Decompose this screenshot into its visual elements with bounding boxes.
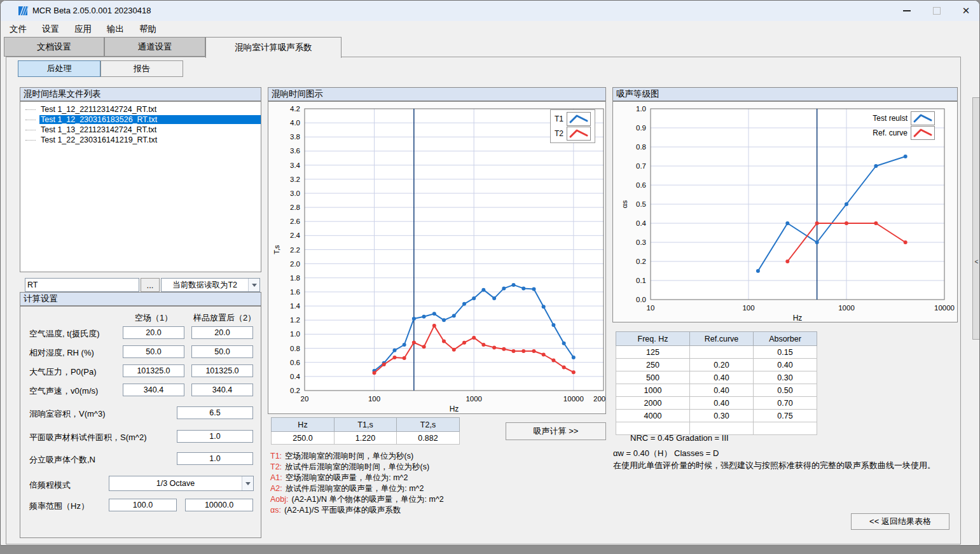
svg-text:Hz: Hz <box>450 405 459 413</box>
file-list[interactable]: Test 1_12_221123142724_RT.txtTest 1_12_2… <box>20 101 261 272</box>
list-item[interactable]: Test 1_12_221123142724_RT.txt <box>20 104 261 114</box>
room-volume-input[interactable] <box>177 406 253 419</box>
table-cell: 0.30 <box>754 371 817 384</box>
data-source-combo[interactable]: 当前数据读取为T2 <box>161 278 260 292</box>
svg-text:0.6: 0.6 <box>636 181 646 189</box>
table-cell: 0.20 <box>690 359 754 371</box>
tab-2[interactable]: 通道设置 <box>104 37 205 57</box>
subtab-2[interactable]: 报告 <box>100 60 183 77</box>
rt-chart-header: 混响时间图示 <box>268 87 606 101</box>
freq-max-input[interactable] <box>185 499 253 511</box>
note-key: T2: <box>270 462 282 471</box>
tab-1[interactable]: 文档设置 <box>4 37 104 57</box>
legend-item: T1 <box>555 113 591 125</box>
note-line: T1:空场混响室的混响时间，单位为秒(s) <box>270 451 444 462</box>
table-cell: 250.0 <box>272 432 335 445</box>
humidity-input-1[interactable] <box>123 345 184 358</box>
tree-branch-icon <box>25 104 36 110</box>
note-text: (A2-A1)/S 平面吸声体的吸声系数 <box>284 506 401 515</box>
svg-text:1000: 1000 <box>466 395 482 403</box>
table-cell: 0.40 <box>754 359 817 371</box>
menu-item-2[interactable]: 设置 <box>34 22 67 37</box>
menu-item-3[interactable]: 应用 <box>67 22 99 37</box>
humidity-input-2[interactable] <box>191 345 253 358</box>
svg-text:2.2: 2.2 <box>290 246 300 254</box>
absorption-calc-button[interactable]: 吸声计算 >> <box>506 422 606 440</box>
note-line: A2:放试件后混响室的吸声量，单位为: m^2 <box>270 483 444 494</box>
rt-filename-input[interactable] <box>25 278 139 292</box>
rt-chart[interactable]: 0.20.40.60.81.01.21.41.61.82.02.22.42.62… <box>268 102 605 413</box>
table-cell <box>754 422 817 435</box>
svg-text:0.0: 0.0 <box>636 296 646 303</box>
svg-text:0.4: 0.4 <box>636 219 647 227</box>
octave-combo-value: 1/3 Octave <box>109 479 242 488</box>
list-item[interactable]: Test 1_13_221123142724_RT.txt <box>20 125 261 135</box>
table-row: 1250.15 <box>616 346 817 359</box>
table-cell: 0.50 <box>754 384 817 397</box>
air-temp-input-1[interactable] <box>123 326 184 339</box>
svg-text:αs: αs <box>621 200 628 209</box>
table-header-cell: T1,s <box>335 418 397 432</box>
tab-3[interactable]: 混响室计算吸声系数 <box>205 37 342 58</box>
table-row: 20000.400.70 <box>616 397 817 410</box>
list-item[interactable]: Test 1_12_230316183526_RT.txt <box>20 114 261 125</box>
note-key: A1: <box>270 473 282 482</box>
pressure-input-1[interactable] <box>123 364 184 377</box>
tree-branch-icon <box>25 114 36 120</box>
field-label-sound-speed: 空气声速，v0(m/s) <box>29 385 98 397</box>
legend-notes: T1:空场混响室的混响时间，单位为秒(s)T2:放试件后混响室的混响时间，单位为… <box>270 451 444 516</box>
sample-area-input[interactable] <box>177 430 253 443</box>
absorber-count-input[interactable] <box>177 452 253 465</box>
side-panel-handle[interactable]: < <box>972 97 980 340</box>
svg-text:0.6: 0.6 <box>290 359 300 366</box>
freq-min-input[interactable] <box>109 499 177 511</box>
table-cell: 0.75 <box>754 410 817 422</box>
browse-button[interactable]: ... <box>141 278 160 292</box>
legend-item: T2 <box>555 127 591 140</box>
svg-text:0.7: 0.7 <box>636 162 646 170</box>
field-label-sample-area: 平面吸声材料试件面积，S(m^2) <box>29 432 147 443</box>
menu-item-1[interactable]: 文件 <box>2 22 34 37</box>
svg-text:100: 100 <box>742 304 754 312</box>
rt-value-table: HzT1,sT2,s250.01.2200.882 <box>271 417 460 445</box>
table-row: 2500.200.40 <box>616 359 817 371</box>
subtab-1[interactable]: 后处理 <box>18 60 100 77</box>
grade-table: Freq. HzRef.curveAbsorber1250.152500.200… <box>616 331 817 435</box>
svg-text:2.6: 2.6 <box>290 218 300 225</box>
menu-item-5[interactable]: 帮助 <box>132 22 164 37</box>
sound-speed-input-1[interactable] <box>123 384 184 396</box>
table-cell: 1.220 <box>335 432 397 445</box>
table-header-cell: Freq. Hz <box>616 332 690 346</box>
field-label-absorber-count: 分立吸声体个数,N <box>29 454 95 466</box>
table-cell: 1000 <box>616 384 690 397</box>
combo-value: 当前数据读取为T2 <box>162 280 248 291</box>
note-key: T1: <box>270 452 282 461</box>
field-label-air-temp: 空气温度, t(摄氏度) <box>29 328 100 340</box>
air-temp-input-2[interactable] <box>191 326 253 339</box>
field-label-octave-mode: 倍频程模式 <box>29 480 71 491</box>
close-button[interactable]: ✕ <box>951 1 980 21</box>
table-cell: 4000 <box>616 410 690 422</box>
svg-text:1.2: 1.2 <box>290 316 300 324</box>
grade-chart-legend: Test reulstRef. curve <box>860 112 935 139</box>
taskbar-strip <box>0 546 980 554</box>
chevron-down-icon[interactable] <box>242 476 253 490</box>
svg-text:3.8: 3.8 <box>290 133 300 141</box>
sound-speed-input-2[interactable] <box>191 384 253 396</box>
maximize-button[interactable] <box>922 1 951 21</box>
chevron-down-icon[interactable] <box>248 279 259 291</box>
rt-chart-legend: T1T2 <box>550 109 595 143</box>
svg-text:0.2: 0.2 <box>636 258 646 265</box>
pressure-input-2[interactable] <box>191 364 253 377</box>
table-row: 5000.400.30 <box>616 371 817 384</box>
octave-mode-combo[interactable]: 1/3 Octave <box>109 476 254 491</box>
svg-text:2.8: 2.8 <box>290 204 300 211</box>
field-label-pressure: 大气压力，P0(Pa) <box>29 366 96 378</box>
list-item[interactable]: Test 1_22_230316141219_RT.txt <box>20 135 261 145</box>
menu-item-4[interactable]: 输出 <box>99 22 132 37</box>
column-header-with-sample: 样品放置后（2） <box>191 312 258 324</box>
table-cell: 0.70 <box>754 397 817 410</box>
minimize-button[interactable] <box>892 1 921 21</box>
note-text: 空场混响室的混响时间，单位为秒(s) <box>285 452 413 461</box>
back-to-results-button[interactable]: << 返回结果表格 <box>851 513 949 530</box>
